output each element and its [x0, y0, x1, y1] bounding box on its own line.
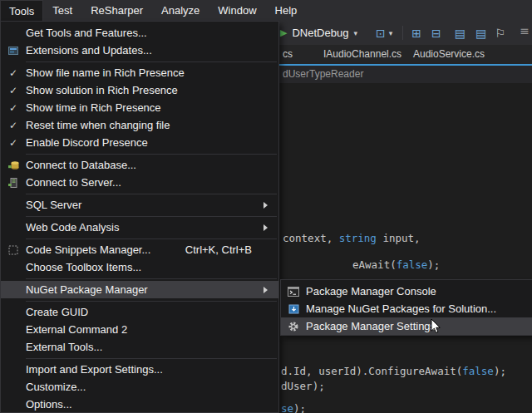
- code-keyword: false: [462, 365, 494, 377]
- menu-gutter: [281, 304, 306, 314]
- submenu-arrow-icon: [264, 287, 268, 293]
- menu-item-enable-discord-presence[interactable]: ✓ Enable Discord Presence: [1, 134, 278, 151]
- menu-item-code-snippets-manager[interactable]: Code Snippets Manager... Ctrl+K, Ctrl+B: [1, 241, 278, 258]
- menu-item-label: Manage NuGet Packages for Solution...: [306, 302, 532, 315]
- menu-gutter: [281, 287, 306, 297]
- menu-item-label: Get Tools and Features...: [26, 27, 275, 39]
- checkmark-icon: ✓: [9, 85, 17, 96]
- menu-item-external-command-2[interactable]: External Command 2: [1, 321, 278, 338]
- menu-item-sql-server[interactable]: SQL Server: [1, 196, 278, 214]
- submenu-arrow-box: [264, 224, 275, 231]
- code-line: se);: [281, 402, 306, 413]
- menu-separator: [26, 194, 277, 194]
- menu-item-label: Reset time when changing file: [26, 119, 275, 131]
- breadcrumb[interactable]: dUserTypeReader: [283, 68, 363, 80]
- menu-item-connect-to-database[interactable]: Connect to Database...: [1, 156, 278, 174]
- menubar-item-window[interactable]: Window: [209, 0, 265, 21]
- submenu-arrow-icon: [264, 202, 268, 209]
- process-icon[interactable]: ⊡: [376, 27, 386, 39]
- checkmark-icon: ✓: [9, 67, 17, 79]
- menu-item-options[interactable]: Options...: [1, 396, 278, 413]
- menu-separator: [26, 154, 277, 155]
- menu-item-label: Show time in Rich Presence: [26, 101, 275, 114]
- menu-separator: [26, 238, 277, 239]
- menu-item-choose-toolbox-items[interactable]: Choose Toolbox Items...: [1, 258, 278, 276]
- server-icon: [8, 178, 18, 188]
- start-debug-icon[interactable]: ▶: [280, 27, 287, 38]
- split-window-icon[interactable]: ⊟: [431, 27, 441, 39]
- menu-item-web-code-analysis[interactable]: Web Code Analysis: [1, 219, 278, 236]
- menu-gutter: ✓: [1, 67, 26, 79]
- menu-item-nuget-package-manager[interactable]: NuGet Package Manager: [1, 281, 278, 298]
- menu-item-manage-nuget-packages-for-solution[interactable]: Manage NuGet Packages for Solution...: [281, 300, 532, 317]
- menu-gutter: ✓: [1, 102, 26, 114]
- menu-item-connect-to-server[interactable]: Connect to Server...: [1, 174, 278, 191]
- list-icon[interactable]: ▤: [475, 27, 486, 39]
- menu-separator: [26, 278, 277, 279]
- chevron-down-icon[interactable]: ▾: [353, 29, 357, 37]
- menu-item-label: Show solution in Rich Presence: [26, 84, 275, 96]
- menu-item-package-manager-console[interactable]: Package Manager Console: [281, 283, 532, 300]
- code-keyword: se: [281, 402, 293, 413]
- menu-gutter: ✓: [1, 120, 26, 131]
- menu-item-get-tools-and-features[interactable]: Get Tools and Features...: [1, 24, 278, 42]
- menu-separator: [26, 216, 277, 217]
- menu-item-label: Enable Discord Presence: [26, 136, 275, 149]
- debug-target-dropdown[interactable]: DNetDebug: [292, 27, 348, 39]
- code-keyword: string: [339, 232, 377, 244]
- database-icon: [8, 160, 19, 170]
- code-text: context,: [283, 232, 339, 244]
- menubar-item-analyze[interactable]: Analyze: [152, 0, 209, 21]
- code-text: eAwait(: [352, 258, 397, 271]
- menu-item-label: NuGet Package Manager: [26, 283, 264, 296]
- menu-item-extensions-and-updates[interactable]: Extensions and Updates...: [1, 42, 278, 59]
- code-line: dUser);: [281, 380, 325, 392]
- menu-item-label: Customize...: [26, 381, 275, 393]
- chevron-down-icon[interactable]: ▾: [389, 29, 393, 37]
- gear-icon: [288, 321, 299, 332]
- code-keyword: false: [397, 258, 428, 271]
- menu-item-show-file-name-rich-presence[interactable]: ✓ Show file name in Rich Presence: [1, 64, 278, 81]
- menu-gutter: [1, 160, 26, 170]
- document-tab[interactable]: cs: [283, 48, 293, 60]
- menubar-item-test[interactable]: Test: [43, 0, 81, 21]
- menu-item-label: Import and Export Settings...: [26, 363, 275, 376]
- menu-item-reset-time-when-changing-file[interactable]: ✓ Reset time when changing file: [1, 116, 278, 134]
- toolbar-separator: [402, 26, 403, 40]
- menu-item-show-solution-rich-presence[interactable]: ✓ Show solution in Rich Presence: [1, 81, 278, 99]
- menu-item-external-tools[interactable]: External Tools...: [1, 338, 278, 356]
- vs-window: context, string input, eAwait(false); d.…: [0, 0, 532, 413]
- list-icon[interactable]: ▤: [455, 27, 466, 39]
- code-line: eAwait(false);: [352, 258, 440, 271]
- snippets-icon: [8, 245, 18, 255]
- menu-item-create-guid[interactable]: Create GUID: [1, 303, 278, 321]
- menu-item-show-time-rich-presence[interactable]: ✓ Show time in Rich Presence: [1, 99, 278, 116]
- menubar-item-resharper[interactable]: ReSharper: [81, 0, 152, 21]
- document-tab[interactable]: AudioService.cs: [413, 48, 485, 60]
- checkmark-icon: ✓: [9, 102, 17, 114]
- bookmark-icon[interactable]: ⚐: [495, 27, 505, 39]
- packages-icon: [288, 304, 299, 314]
- menubar-item-help[interactable]: Help: [266, 0, 307, 21]
- menu-item-label: Code Snippets Manager...: [26, 243, 185, 256]
- submenu-arrow-box: [264, 202, 275, 209]
- menu-item-label: Package Manager Settings: [306, 320, 532, 332]
- menu-gutter: [1, 245, 26, 255]
- toolbar-overflow-icon[interactable]: ≡: [520, 24, 530, 37]
- menu-item-shortcut: Ctrl+K, Ctrl+B: [185, 243, 252, 256]
- menu-item-package-manager-settings[interactable]: Package Manager Settings: [281, 317, 532, 335]
- checkmark-icon: ✓: [9, 137, 17, 149]
- menu-gutter: [281, 321, 306, 332]
- document-tab[interactable]: IAudioChannel.cs: [323, 48, 401, 60]
- menubar-item-tools[interactable]: Tools: [0, 0, 43, 21]
- code-text: );: [293, 402, 306, 413]
- menu-item-customize[interactable]: Customize...: [1, 378, 278, 396]
- menu-item-label: Options...: [26, 398, 275, 411]
- console-icon: [288, 287, 299, 297]
- menu-item-import-export-settings[interactable]: Import and Export Settings...: [1, 361, 278, 378]
- menu-gutter: [1, 46, 26, 56]
- menu-separator: [26, 358, 277, 359]
- menu-item-label: Connect to Server...: [26, 176, 275, 189]
- open-window-icon[interactable]: ⊞: [411, 27, 421, 39]
- menu-item-label: Show file name in Rich Presence: [26, 66, 275, 79]
